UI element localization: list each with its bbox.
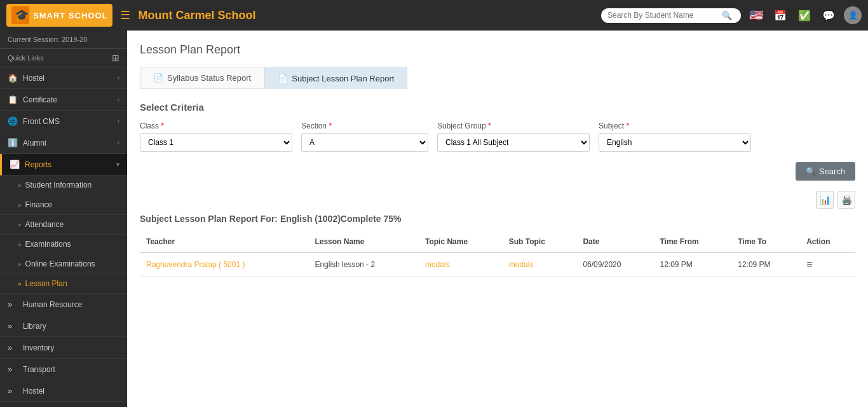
cell-sub-topic: modals bbox=[503, 252, 577, 277]
sidebar-sub-item-lesson-plan[interactable]: » Lesson Plan bbox=[0, 274, 127, 294]
search-btn-icon: 🔍 bbox=[806, 167, 816, 176]
col-header-time-from: Time From bbox=[654, 231, 732, 252]
cell-teacher: Raghuvendra Pratap ( 5001 ) bbox=[140, 252, 308, 277]
chevron-icon: ‹ bbox=[118, 96, 119, 103]
frontcms-icon: 🌐 bbox=[8, 116, 18, 126]
sub-item-label: Student Information bbox=[25, 181, 92, 190]
search-icon: 🔍 bbox=[722, 11, 732, 20]
action-menu-icon[interactable]: ≡ bbox=[806, 259, 812, 270]
export-excel-button[interactable]: 📊 bbox=[816, 191, 834, 209]
chevron-down-icon: ▾ bbox=[116, 161, 119, 168]
subject-group-label: Subject Group * bbox=[437, 121, 590, 130]
class-label: Class * bbox=[140, 121, 292, 130]
print-icon: 🖨️ bbox=[841, 195, 852, 205]
calendar-icon[interactable]: 📅 bbox=[771, 10, 789, 22]
sidebar-item-hostel[interactable]: 🏠 Hostel ‹ bbox=[0, 67, 127, 89]
data-table: Teacher Lesson Name Topic Name Sub Topic… bbox=[140, 231, 855, 277]
sub-topic-text: modals bbox=[509, 260, 534, 269]
session-info: Current Session: 2019-20 bbox=[0, 31, 127, 49]
inventory-icon: » bbox=[8, 343, 18, 352]
sidebar-item-alumni[interactable]: ℹ️ Alumni ‹ bbox=[0, 132, 127, 154]
library-icon: » bbox=[8, 321, 18, 331]
quick-links: Quick Links ⊞ bbox=[0, 49, 127, 67]
subject-group-field: Subject Group * Class 1 All Subject Clas… bbox=[437, 121, 590, 152]
arrow-right-icon: » bbox=[18, 202, 22, 209]
sidebar-item-hostel2[interactable]: » Hostel bbox=[0, 380, 127, 402]
hostel2-icon: » bbox=[8, 386, 18, 396]
hamburger-icon[interactable]: ☰ bbox=[120, 8, 130, 22]
sidebar-sub-item-student-information[interactable]: » Student Information bbox=[0, 176, 127, 195]
sidebar-item-label: Inventory bbox=[23, 343, 119, 352]
sidebar-item-frontcms[interactable]: 🌐 Front CMS ‹ bbox=[0, 111, 127, 132]
search-btn-label: Search bbox=[819, 167, 845, 176]
sidebar-item-label: Front CMS bbox=[23, 117, 118, 126]
cell-action: ≡ bbox=[800, 252, 855, 277]
search-btn-row: 🔍 Search bbox=[140, 162, 855, 181]
sidebar-sub-item-attendance[interactable]: » Attendance bbox=[0, 215, 127, 235]
sidebar-item-transport[interactable]: » Transport bbox=[0, 359, 127, 380]
task-icon[interactable]: ✅ bbox=[796, 10, 813, 22]
flag-icon[interactable]: 🇺🇸 bbox=[747, 8, 765, 22]
tab-doc-icon: 📄 bbox=[153, 73, 163, 83]
report-subtitle: Subject Lesson Plan Report For: English … bbox=[140, 214, 855, 224]
sidebar-item-human-resource[interactable]: » Human Resource bbox=[0, 294, 127, 315]
sidebar-sub-item-examinations[interactable]: » Examinations bbox=[0, 235, 127, 254]
tab-label: Syllabus Status Report bbox=[167, 73, 251, 83]
sub-item-label: Finance bbox=[25, 200, 53, 209]
cell-date: 06/09/2020 bbox=[576, 252, 653, 277]
sidebar-sub-item-finance[interactable]: » Finance bbox=[0, 195, 127, 215]
tab-subject-lesson-plan[interactable]: 📄 Subject Lesson Plan Report bbox=[264, 67, 407, 89]
col-header-lesson-name: Lesson Name bbox=[308, 231, 419, 252]
subject-label: Subject * bbox=[599, 121, 751, 130]
subject-select[interactable]: English Mathematics Science Hindi bbox=[599, 133, 751, 152]
col-header-action: Action bbox=[800, 231, 855, 252]
tab-syllabus-status[interactable]: 📄 Syllabus Status Report bbox=[140, 67, 264, 89]
sidebar-sub-item-online-examinations[interactable]: » Online Examinations bbox=[0, 254, 127, 274]
cell-topic-name: modals bbox=[419, 252, 503, 277]
criteria-title: Select Criteria bbox=[140, 102, 855, 113]
sidebar-item-library[interactable]: » Library bbox=[0, 315, 127, 337]
sub-item-label: Attendance bbox=[25, 220, 64, 229]
grid-icon[interactable]: ⊞ bbox=[112, 53, 119, 63]
sidebar-item-label: Alumni bbox=[23, 139, 118, 148]
subject-group-select[interactable]: Class 1 All Subject Class 2 All Subject bbox=[437, 133, 590, 152]
avatar[interactable]: 👤 bbox=[844, 6, 862, 24]
col-header-sub-topic: Sub Topic bbox=[503, 231, 577, 252]
sidebar-item-reports[interactable]: 📈 Reports ▾ bbox=[0, 154, 127, 176]
cell-lesson-name: English lesson - 2 bbox=[308, 252, 419, 277]
arrow-right-icon: » bbox=[18, 241, 22, 248]
excel-icon: 📊 bbox=[820, 195, 831, 205]
sidebar-item-certificate[interactable]: 📋 Certificate ‹ bbox=[0, 89, 127, 111]
sidebar-item-label: Certificate bbox=[23, 95, 118, 104]
nav-right: 🔍 🇺🇸 📅 ✅ 💬 👤 bbox=[601, 6, 862, 24]
top-navbar: 🎓 SMART SCHOOL ☰ Mount Carmel School 🔍 🇺… bbox=[0, 0, 868, 31]
sidebar-item-label: Hostel bbox=[23, 387, 119, 396]
sidebar: Current Session: 2019-20 Quick Links ⊞ 🏠… bbox=[0, 31, 127, 407]
sidebar-item-inventory[interactable]: » Inventory bbox=[0, 337, 127, 359]
topic-name-text: modals bbox=[425, 260, 450, 269]
tab-label: Subject Lesson Plan Report bbox=[292, 74, 394, 83]
criteria-row: Class * Class 1 Class 2 Class 3 Class 4 … bbox=[140, 121, 855, 152]
logo-text: SMART SCHOOL bbox=[33, 11, 107, 20]
section-field: Section * A B C D bbox=[301, 121, 428, 152]
search-input[interactable] bbox=[607, 11, 722, 20]
class-select[interactable]: Class 1 Class 2 Class 3 Class 4 Class 5 bbox=[140, 133, 292, 152]
human-resource-icon: » bbox=[8, 300, 18, 309]
arrow-right-icon: » bbox=[18, 221, 22, 228]
print-button[interactable]: 🖨️ bbox=[837, 191, 855, 209]
section-label: Section * bbox=[301, 121, 428, 130]
teacher-link[interactable]: Raghuvendra Pratap ( 5001 ) bbox=[146, 260, 245, 269]
whatsapp-icon[interactable]: 💬 bbox=[820, 10, 837, 22]
sidebar-item-label: Human Resource bbox=[23, 300, 119, 309]
subject-field: Subject * English Mathematics Science Hi… bbox=[599, 121, 751, 152]
sub-item-label: Online Examinations bbox=[25, 259, 95, 268]
section-select[interactable]: A B C D bbox=[301, 133, 428, 152]
arrow-right-icon: » bbox=[18, 280, 22, 287]
school-name: Mount Carmel School bbox=[138, 9, 601, 22]
reports-icon: 📈 bbox=[10, 160, 20, 169]
cell-time-from: 12:09 PM bbox=[654, 252, 732, 277]
search-button[interactable]: 🔍 Search bbox=[796, 162, 855, 181]
arrow-right-icon: » bbox=[18, 261, 22, 268]
report-header-row: 📊 🖨️ bbox=[140, 191, 855, 209]
chevron-icon: ‹ bbox=[118, 74, 119, 81]
